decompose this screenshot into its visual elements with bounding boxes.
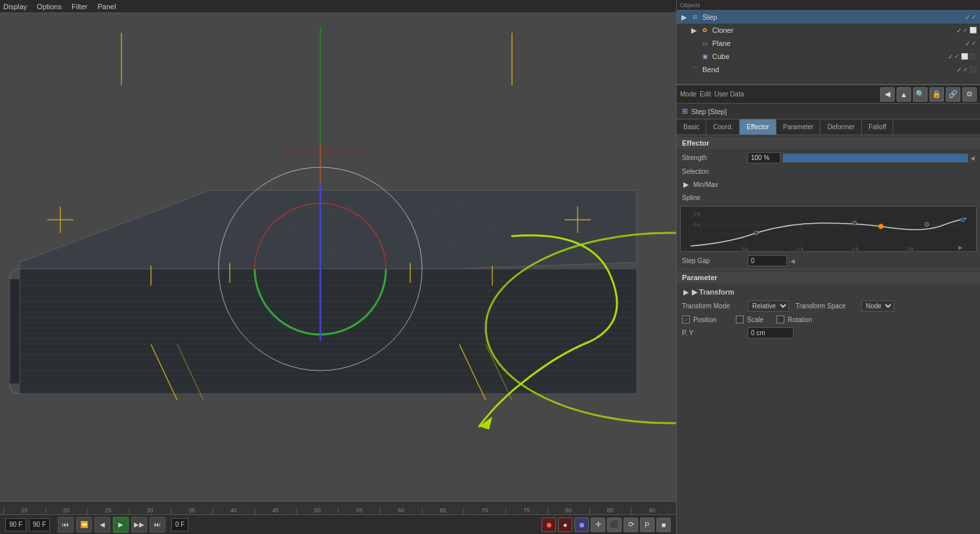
expand-step[interactable]: ▶ — [680, 13, 688, 21]
pos-scale-rot-row: Position Scale Rotation — [677, 313, 980, 326]
prop-edit-label[interactable]: Edit — [700, 91, 711, 98]
prop-home-button[interactable]: ▲ — [897, 87, 911, 102]
prop-settings-button[interactable]: ⚙ — [962, 87, 977, 102]
strength-value[interactable]: 100 % — [748, 152, 780, 163]
rotate-button[interactable]: ⟳ — [624, 518, 638, 532]
position-check[interactable] — [682, 316, 690, 323]
render-button[interactable]: ■ — [656, 518, 671, 532]
prop-link-button[interactable]: 🔗 — [946, 87, 960, 102]
expand-cloner[interactable]: ▶ — [690, 26, 698, 34]
transform-arrow[interactable]: ▶ — [682, 289, 690, 297]
selection-row: Selection — [677, 165, 980, 178]
strength-label: Strength — [682, 154, 744, 161]
obj-item-step[interactable]: ▶ ⊞ Step ✓ ✓ — [677, 10, 980, 24]
stepgap-row: Step Gap ◀ — [677, 254, 980, 268]
current-frame-display: 0 F — [171, 518, 188, 531]
menu-options[interactable]: Options — [37, 3, 62, 10]
transform-mode-select[interactable]: Relative — [748, 300, 789, 312]
prop-back-button[interactable]: ◀ — [880, 87, 895, 102]
transform-label: ▶ Transform — [692, 288, 735, 297]
viewport-menubar: Display Options Filter Panel — [0, 0, 676, 13]
prop-userdata-label[interactable]: User Data — [714, 91, 744, 98]
spline-svg: 0.8 0.4 0.2 0.4 0.6 0.8 — [681, 207, 976, 253]
prop-lock-button[interactable]: 🔒 — [929, 87, 944, 102]
spline-label: Spline — [682, 194, 744, 201]
move-button[interactable]: ⬛ — [607, 518, 622, 532]
cloner-icon: ✿ — [700, 25, 710, 35]
cube-icon: ▣ — [700, 51, 710, 62]
transform-space-select[interactable]: Node — [861, 300, 894, 312]
svg-text:0.8: 0.8 — [694, 211, 700, 216]
tab-coord[interactable]: Coord. — [706, 119, 740, 134]
tab-basic[interactable]: Basic — [677, 119, 706, 134]
record-key-button[interactable]: ⏺ — [574, 518, 589, 532]
menu-filter[interactable]: Filter — [72, 3, 87, 10]
fps-display-1: 90 F — [5, 518, 26, 531]
prop-search-button[interactable]: 🔍 — [913, 87, 927, 102]
record-button[interactable]: ⏺ — [542, 518, 556, 532]
obj-item-cloner[interactable]: ▶ ✿ Cloner ✓ ✓ ⬜ — [677, 24, 980, 37]
scale-button[interactable]: P — [640, 518, 654, 532]
obj-name-cube: Cube — [712, 52, 946, 60]
plane-icon: ▭ — [700, 38, 710, 49]
svg-text:▶: ▶ — [958, 245, 963, 251]
sep-1 — [677, 269, 980, 270]
position-y-row: P. Y — [677, 326, 980, 340]
svg-point-91 — [754, 231, 758, 235]
tab-parameter[interactable]: Parameter — [777, 119, 821, 134]
menu-display[interactable]: Display — [3, 3, 27, 10]
prev-frame-button[interactable]: ⏪ — [76, 517, 92, 533]
go-start-button[interactable]: ⏮ — [58, 517, 74, 533]
prop-toolbar-right: ◀ ▲ 🔍 🔒 🔗 ⚙ — [880, 87, 977, 102]
stepgap-label: Step Gap — [682, 257, 744, 264]
transform-header[interactable]: ▶ ▶ Transform — [682, 287, 975, 298]
tab-falloff[interactable]: Falloff — [862, 119, 893, 134]
strength-bar[interactable] — [782, 154, 968, 163]
strength-bar-fill — [783, 154, 968, 162]
scale-check[interactable] — [736, 316, 744, 323]
obj-item-bend[interactable]: ⌒ Bend ✓ ✓ ⬛ — [677, 63, 980, 76]
prop-content-scroll[interactable]: Effector Strength 100 % ◀ Selection — [677, 135, 980, 534]
spline-row: Spline — [677, 191, 980, 204]
scale-label: Scale — [747, 316, 773, 323]
next-button[interactable]: ▶▶ — [131, 517, 147, 533]
effector-section-header: Effector — [677, 137, 980, 149]
obj-item-cube[interactable]: ▣ Cube ✓ ✓ ⬜ ⬛ — [677, 50, 980, 63]
spline-graph[interactable]: 0.8 0.4 0.2 0.4 0.6 0.8 — [680, 206, 977, 252]
prop-mode-label[interactable]: Mode — [680, 91, 696, 98]
play-button[interactable]: ▶ — [113, 517, 129, 533]
rotation-label: Rotation — [788, 316, 827, 323]
fps-display-2: 90 F — [29, 518, 50, 531]
tab-deformer[interactable]: Deformer — [820, 119, 862, 134]
obj-item-plane[interactable]: ▭ Plane ✓ ✓ — [677, 37, 980, 50]
bend-icon: ⌒ — [690, 64, 700, 75]
svg-rect-59 — [10, 279, 20, 384]
strength-arrow[interactable]: ◀ — [970, 155, 975, 161]
stepgap-input[interactable] — [748, 255, 787, 266]
position-y-input[interactable] — [748, 327, 794, 339]
obj-vis-step: ✓ ✓ — [965, 14, 977, 21]
prop-tabs: Basic Coord. Effector Parameter Deformer… — [677, 119, 980, 135]
minmax-arrow[interactable]: ▶ — [682, 180, 690, 188]
svg-point-94 — [925, 222, 929, 226]
selection-label: Selection — [682, 168, 744, 175]
auto-key-button[interactable]: ● — [558, 518, 572, 532]
rotation-check[interactable] — [777, 316, 784, 323]
tab-effector[interactable]: Effector — [740, 119, 776, 134]
minmax-row[interactable]: ▶ Min/Max — [677, 178, 980, 191]
minmax-label: Min/Max — [693, 181, 756, 188]
svg-text:0.2: 0.2 — [742, 247, 748, 251]
object-manager: Objects ▶ ⊞ Step ✓ ✓ ▶ ✿ Cloner ✓ ✓ ⬜ — [677, 0, 980, 85]
prev-button[interactable]: ◀ — [95, 517, 110, 533]
snap-button[interactable]: ✛ — [591, 518, 605, 532]
transform-subsection: ▶ ▶ Transform — [677, 285, 980, 299]
svg-point-93 — [879, 224, 884, 229]
obj-name-step: Step — [702, 13, 963, 21]
menu-panel[interactable]: Panel — [97, 3, 116, 10]
parameter-section-header: Parameter — [677, 272, 980, 283]
viewport-canvas[interactable] — [0, 13, 676, 501]
transform-mode-row: Transform Mode Relative Transform Space … — [677, 299, 980, 313]
next-frame-button[interactable]: ⏭ — [150, 517, 165, 533]
stepgap-stepper[interactable]: ◀ — [790, 258, 795, 264]
main-container: Display Options Filter Panel — [0, 0, 980, 534]
